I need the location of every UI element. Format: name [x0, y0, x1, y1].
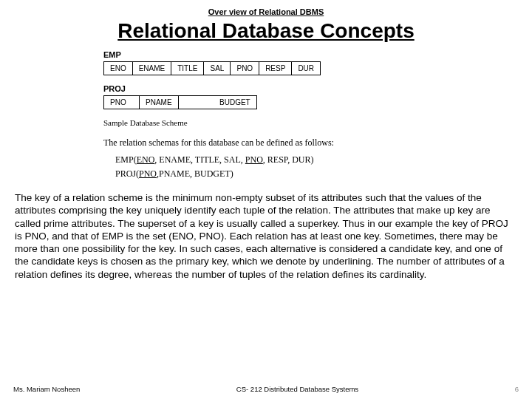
emp-col: DUR — [292, 62, 321, 75]
footer-author: Ms. Mariam Nosheen — [13, 385, 80, 393]
emp-def: EMP(ENO, ENAME, TITLE, SAL, PNO, RESP, D… — [115, 154, 532, 166]
body-paragraph: The key of a relation scheme is the mini… — [0, 183, 532, 281]
footer-page: 6 — [515, 385, 519, 393]
emp-label: EMP — [103, 50, 532, 59]
emp-col: ENO — [104, 62, 133, 75]
emp-def-key2: PNO — [245, 154, 263, 165]
schema-intro: The relation schemas for this database c… — [103, 137, 532, 149]
title-bar: Relational Database Concepts — [74, 19, 458, 43]
proj-col — [178, 96, 214, 109]
emp-col: RESP — [259, 62, 292, 75]
schema-area: EMP ENO ENAME TITLE SAL PNO RESP DUR PRO… — [0, 50, 532, 180]
emp-def-key1: ENO — [137, 154, 155, 165]
emp-col: ENAME — [132, 62, 171, 75]
header-overline: Over view of Relational DBMS — [0, 0, 532, 19]
page-title: Relational Database Concepts — [74, 19, 458, 43]
proj-def-name: PROJ — [115, 168, 136, 179]
emp-def-name: EMP — [115, 154, 134, 165]
emp-def-rest2: , RESP, DUR) — [263, 154, 314, 165]
proj-label: PROJ — [103, 84, 532, 93]
intro-text: The relation schemas for this database c… — [103, 137, 334, 148]
footer-course: CS- 212 Distributed Database Systems — [80, 385, 514, 393]
footer: Ms. Mariam Nosheen CS- 212 Distributed D… — [0, 385, 532, 393]
emp-def-rest1: , ENAME, TITLE, SAL, — [154, 154, 245, 165]
emp-schema-table: ENO ENAME TITLE SAL PNO RESP DUR — [103, 61, 321, 75]
proj-def-key: PNO — [139, 168, 157, 179]
proj-col: PNO — [104, 96, 140, 109]
proj-def: PROJ(PNO,PNAME, BUDGET) — [115, 168, 532, 180]
proj-col: PNAME — [140, 96, 179, 109]
schema-caption: Sample Database Scheme — [103, 118, 532, 127]
emp-col: PNO — [231, 62, 259, 75]
emp-col: SAL — [204, 62, 231, 75]
emp-col: TITLE — [171, 62, 204, 75]
proj-def-rest: ,PNAME, BUDGET) — [157, 168, 233, 179]
proj-col: BUDGET — [214, 96, 256, 109]
proj-schema-table: PNO PNAME BUDGET — [103, 95, 257, 109]
